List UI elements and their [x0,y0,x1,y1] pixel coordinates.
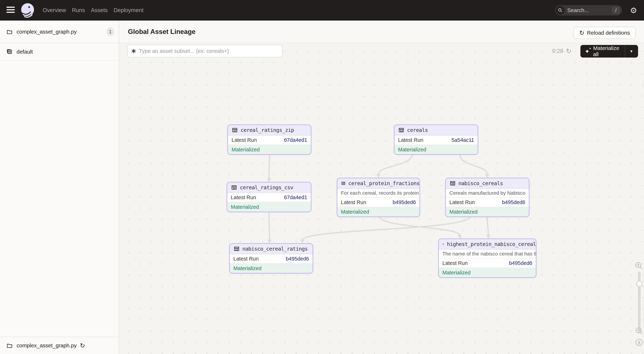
top-nav-bar: Overview Runs Assets Deployment / ⚙ [0,0,644,21]
latest-run-label: Latest Run [341,199,366,205]
footer-code-location-label: complex_asset_graph.py [16,342,77,348]
search-icon [556,6,565,15]
latest-run-label: Latest Run [450,199,474,205]
gear-icon[interactable]: ⚙ [629,0,638,21]
latest-run-label: Latest Run [232,137,257,143]
sidebar-item-code-location[interactable]: complex_asset_graph.py 1 [0,21,119,43]
asset-description: For each cereal, records its protein ... [337,189,420,198]
nav-item-overview[interactable]: Overview [43,7,66,14]
asset-lineage-canvas[interactable]: Global Asset Lineage ↻ Reload definition… [119,21,644,354]
asset-group-count-badge: 1 [106,28,114,36]
asset-node-header[interactable]: cereal_ratings_csv [227,183,311,193]
sidebar-item-label: complex_asset_graph.py [16,29,77,35]
latest-run-label: Latest Run [233,256,258,262]
asset-name: nabisco_cereal_ratings [242,246,308,252]
asset-name: cereal_ratings_csv [240,185,293,191]
lineage-edge [460,154,487,175]
latest-run-link[interactable]: b495ded6 [286,256,309,262]
nav-links: Overview Runs Assets Deployment [43,0,144,21]
table-icon [234,246,240,252]
lineage-edge [488,216,488,236]
table-icon [450,181,456,186]
latest-run-link[interactable]: b495ded6 [393,199,416,205]
materialized-status: Materialized [230,264,313,273]
lineage-edge [379,216,460,236]
latest-run-label: Latest Run [398,137,423,143]
latest-run-label: Latest Run [442,260,468,266]
asset-node-cereals[interactable]: cerealsLatest Run5a54ac11Materialized [394,124,478,155]
edge-arrowhead [300,240,304,244]
materialized-status: Materialized [446,207,529,217]
nav-item-deployment[interactable]: Deployment [114,7,144,14]
asset-name: cereals [407,127,428,133]
menu-icon[interactable] [6,7,15,14]
folder-icon [6,342,12,348]
lineage-edge [302,216,470,240]
latest-run-row: Latest Run67da4ed1 [228,135,311,145]
lineage-edge [269,154,270,179]
zoom-out-icon[interactable] [635,326,644,335]
edge-arrowhead [485,174,490,178]
latest-run-link[interactable]: 67da4ed1 [284,137,307,143]
asset-node-header[interactable]: cereal_ratings_zip [228,125,311,135]
table-icon [232,127,238,133]
asset-node-header[interactable]: nabisco_cereals [446,178,529,189]
latest-run-label: Latest Run [231,195,256,201]
folder-icon [6,29,12,35]
materialized-status: Materialized [337,207,420,217]
latest-run-row: Latest Run5a54ac11 [394,135,478,145]
table-icon [443,241,444,247]
materialized-status: Materialized [439,268,536,277]
asset-node-nabisco_cereal_ratings[interactable]: nabisco_cereal_ratingsLatest Runb495ded6… [229,243,313,274]
code-location-sidebar: complex_asset_graph.py 1 default complex… [0,21,119,354]
download-image-icon[interactable] [635,338,643,346]
latest-run-row: Latest Runb495ded6 [337,198,420,207]
asset-name: highest_protein_nabisco_cereal [447,241,536,247]
edge-arrowhead [376,174,380,178]
latest-run-row: Latest Runb495ded6 [230,254,313,264]
lineage-edge [269,211,270,240]
asset-node-header[interactable]: cereals [394,125,478,135]
sidebar-footer: complex_asset_graph.py ↻ [0,337,119,354]
zoom-slider-handle[interactable] [636,281,642,287]
latest-run-link[interactable]: 67da4ed1 [284,195,307,201]
edge-arrowhead [458,235,462,239]
search-shortcut-badge: / [612,7,620,14]
asset-node-cereal_ratings_zip[interactable]: cereal_ratings_zipLatest Run67da4ed1Mate… [228,124,311,155]
sidebar-item-default-group[interactable]: default [0,43,119,61]
materialized-status: Materialized [394,145,478,154]
global-search[interactable]: / [555,5,622,16]
asset-node-highest_protein_nabisco_cereal[interactable]: highest_protein_nabisco_cerealThe name o… [438,239,536,278]
table-icon [341,181,346,186]
asset-node-cereal_ratings_csv[interactable]: cereal_ratings_csvLatest Run67da4ed1Mate… [227,182,311,212]
latest-run-row: Latest Runb495ded6 [446,198,529,207]
asset-name: cereal_ratings_zip [240,127,294,133]
asset-description: Cereals manufactured by Nabisco [446,189,529,198]
dagster-logo-icon[interactable] [20,2,36,19]
asset-node-header[interactable]: highest_protein_nabisco_cereal [439,239,536,250]
latest-run-row: Latest Run67da4ed1 [227,193,311,202]
latest-run-link[interactable]: b495ded6 [502,199,525,205]
asset-description: The name of the nabisco cereal that has … [439,250,536,259]
search-input[interactable] [567,5,607,16]
nav-item-runs[interactable]: Runs [72,7,85,14]
lineage-edge [378,154,412,175]
table-icon [398,127,404,133]
table-icon [231,185,237,190]
repo-icon [6,49,12,55]
asset-node-header[interactable]: cereal_protein_fractions [337,178,420,189]
asset-name: cereal_protein_fractions [348,180,420,186]
asset-node-nabisco_cereals[interactable]: nabisco_cerealsCereals manufactured by N… [445,178,530,217]
reload-location-icon[interactable]: ↻ [80,342,85,349]
zoom-in-icon[interactable] [634,261,643,270]
edge-arrowhead [268,240,272,244]
latest-run-link[interactable]: 5a54ac11 [452,137,474,143]
sidebar-item-label: default [16,49,33,55]
latest-run-link[interactable]: b495ded6 [509,260,532,266]
asset-node-header[interactable]: nabisco_cereal_ratings [230,244,313,254]
edge-arrowhead [267,178,271,182]
asset-node-cereal_protein_fractions[interactable]: cereal_protein_fractionsFor each cereal,… [337,178,420,217]
edge-arrowhead [486,235,490,239]
nav-item-assets[interactable]: Assets [91,7,108,14]
materialized-status: Materialized [227,202,311,212]
